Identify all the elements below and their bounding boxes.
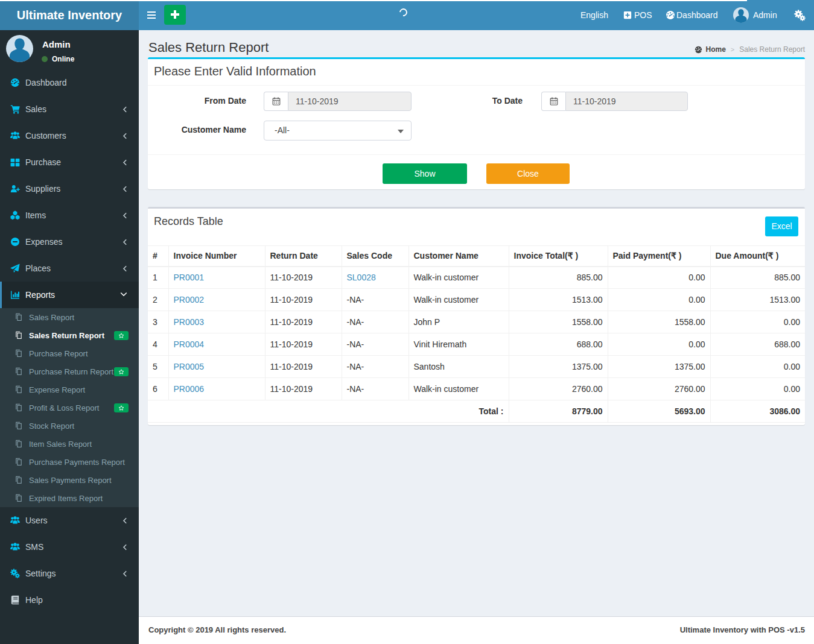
svg-text:Online: Online — [52, 55, 75, 63]
